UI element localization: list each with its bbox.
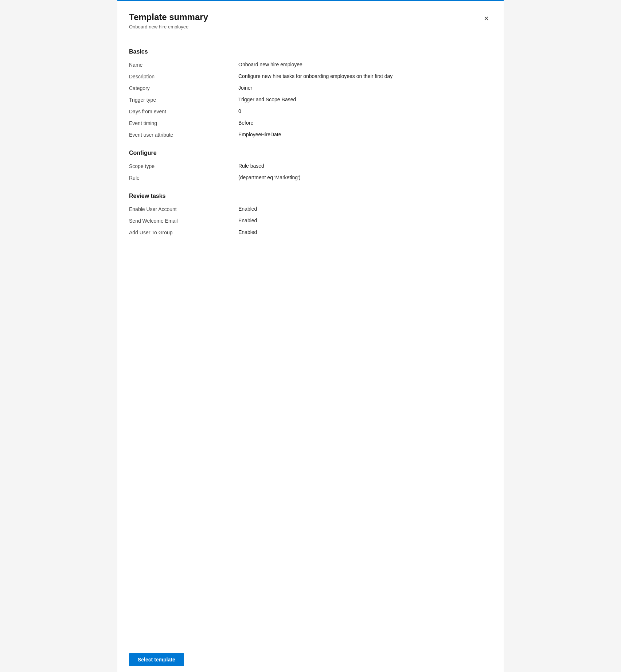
- panel-content: Basics Name Onboard new hire employee De…: [117, 37, 504, 647]
- field-label-days-from-event: Days from event: [129, 108, 238, 114]
- field-value-enable-user-account: Enabled: [238, 206, 492, 212]
- field-value-name: Onboard new hire employee: [238, 62, 492, 67]
- panel-header: Template summary Onboard new hire employ…: [117, 1, 504, 37]
- field-row-enable-user-account: Enable User Account Enabled: [129, 204, 492, 215]
- template-summary-panel: Template summary Onboard new hire employ…: [117, 0, 504, 672]
- field-row-days-from-event: Days from event 0: [129, 106, 492, 118]
- panel-footer: Select template: [117, 647, 504, 672]
- field-value-trigger-type: Trigger and Scope Based: [238, 97, 492, 102]
- field-label-trigger-type: Trigger type: [129, 97, 238, 103]
- field-row-rule: Rule (department eq 'Marketing'): [129, 172, 492, 184]
- field-value-scope-type: Rule based: [238, 163, 492, 169]
- field-label-add-user-to-group: Add User To Group: [129, 229, 238, 235]
- field-label-category: Category: [129, 85, 238, 91]
- field-value-days-from-event: 0: [238, 108, 492, 114]
- configure-section: Configure Scope type Rule based Rule (de…: [129, 150, 492, 184]
- field-label-description: Description: [129, 73, 238, 79]
- field-row-description: Description Configure new hire tasks for…: [129, 71, 492, 83]
- review-tasks-heading: Review tasks: [129, 193, 492, 199]
- review-tasks-section: Review tasks Enable User Account Enabled…: [129, 193, 492, 239]
- field-label-rule: Rule: [129, 175, 238, 181]
- field-value-event-timing: Before: [238, 120, 492, 126]
- field-label-event-timing: Event timing: [129, 120, 238, 126]
- field-row-category: Category Joiner: [129, 83, 492, 94]
- field-row-trigger-type: Trigger type Trigger and Scope Based: [129, 94, 492, 106]
- field-value-add-user-to-group: Enabled: [238, 229, 492, 235]
- close-button[interactable]: ✕: [480, 13, 492, 24]
- field-label-enable-user-account: Enable User Account: [129, 206, 238, 212]
- panel-title: Template summary: [129, 11, 208, 23]
- field-row-event-user-attribute: Event user attribute EmployeeHireDate: [129, 129, 492, 141]
- basics-section: Basics Name Onboard new hire employee De…: [129, 48, 492, 141]
- select-template-button[interactable]: Select template: [129, 653, 184, 666]
- field-value-rule: (department eq 'Marketing'): [238, 175, 492, 180]
- configure-heading: Configure: [129, 150, 492, 156]
- field-label-event-user-attribute: Event user attribute: [129, 132, 238, 138]
- field-value-description: Configure new hire tasks for onboarding …: [238, 73, 492, 79]
- field-value-category: Joiner: [238, 85, 492, 91]
- field-label-name: Name: [129, 62, 238, 68]
- close-icon: ✕: [484, 15, 489, 23]
- field-value-event-user-attribute: EmployeeHireDate: [238, 132, 492, 137]
- field-row-event-timing: Event timing Before: [129, 118, 492, 129]
- field-value-send-welcome-email: Enabled: [238, 218, 492, 223]
- field-row-send-welcome-email: Send Welcome Email Enabled: [129, 215, 492, 227]
- field-label-send-welcome-email: Send Welcome Email: [129, 218, 238, 224]
- title-group: Template summary Onboard new hire employ…: [129, 11, 208, 30]
- field-label-scope-type: Scope type: [129, 163, 238, 169]
- panel-subtitle: Onboard new hire employee: [129, 24, 208, 30]
- field-row-scope-type: Scope type Rule based: [129, 161, 492, 172]
- basics-heading: Basics: [129, 48, 492, 55]
- field-row-add-user-to-group: Add User To Group Enabled: [129, 227, 492, 239]
- field-row-name: Name Onboard new hire employee: [129, 59, 492, 71]
